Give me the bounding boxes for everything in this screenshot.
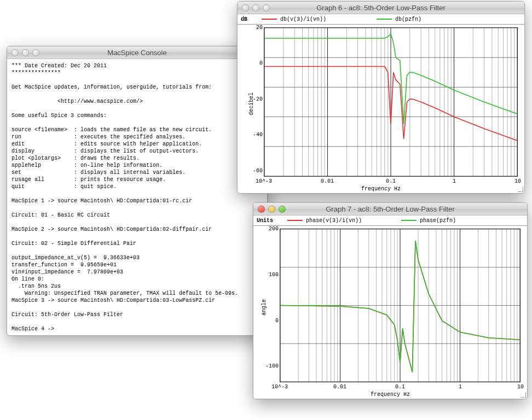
- close-icon[interactable]: [11, 49, 19, 56]
- series1-swatch: [262, 19, 277, 20]
- window-controls: [238, 4, 270, 11]
- series2-label: phase(pzfn): [420, 218, 456, 224]
- ytick: 200: [264, 226, 279, 232]
- ytick: -20: [248, 96, 263, 102]
- console-title: MacSpice Console: [7, 49, 267, 57]
- ytick: 20: [248, 25, 263, 31]
- graph6-legend: dB db(v(3)/i(vn)) db(pzfn): [238, 14, 524, 25]
- graph7-plot: [280, 229, 521, 382]
- y-unit: Units: [257, 218, 273, 224]
- window-controls: [253, 206, 286, 213]
- xtick: 0.01: [333, 384, 346, 390]
- graph7-svg: [280, 229, 520, 382]
- series2-swatch: [401, 220, 417, 221]
- resize-handle[interactable]: [517, 185, 524, 192]
- xtick: 1: [459, 384, 462, 390]
- window-controls: [7, 49, 39, 56]
- console-window[interactable]: MacSpice Console *** Date Created: Dec 2…: [7, 46, 268, 336]
- xtick: 10: [517, 384, 524, 390]
- graph7-body: Units phase(v(3)/i(vn)) phase(pzfn) angl…: [253, 215, 527, 399]
- graph7-title: Graph 7 - ac8: 5th-Order Low-Pass Filter: [253, 205, 527, 213]
- graph7-ylabel: angle: [261, 299, 267, 315]
- graph7-window[interactable]: Graph 7 - ac8: 5th-Order Low-Pass Filter…: [253, 202, 528, 399]
- graph6-window[interactable]: Graph 6 - ac8: 5th-Order Low-Pass Filter…: [237, 1, 525, 194]
- graph6-title: Graph 6 - ac8: 5th-Order Low-Pass Filter: [238, 4, 524, 12]
- y-unit: dB: [241, 16, 247, 22]
- ytick: 0: [248, 60, 263, 66]
- graph7-xlabel: frequency Hz: [253, 392, 527, 398]
- graph6-titlebar[interactable]: Graph 6 - ac8: 5th-Order Low-Pass Filter: [238, 2, 524, 14]
- series2-label: db(pzfn): [395, 16, 421, 22]
- resize-handle[interactable]: [519, 391, 527, 398]
- series1-label: phase(v(3)/i(vn)): [306, 218, 362, 224]
- console-output[interactable]: *** Date Created: Dec 20 2011 **********…: [7, 59, 267, 336]
- ytick: 100: [264, 271, 279, 277]
- xtick: 0.01: [321, 178, 334, 184]
- ytick: -60: [248, 167, 263, 173]
- console-titlebar[interactable]: MacSpice Console: [7, 46, 267, 59]
- minimize-icon[interactable]: [22, 49, 29, 56]
- ytick: -40: [248, 132, 263, 138]
- xtick: 10^-3: [256, 178, 272, 184]
- ytick: 0: [264, 317, 279, 323]
- minimize-icon[interactable]: [268, 206, 275, 213]
- graph7-legend: Units phase(v(3)/i(vn)) phase(pzfn): [253, 215, 527, 226]
- xtick: 0.1: [395, 384, 405, 390]
- graph7-titlebar[interactable]: Graph 7 - ac8: 5th-Order Low-Pass Filter: [253, 203, 527, 215]
- xtick: 1: [453, 178, 456, 184]
- close-icon[interactable]: [258, 206, 265, 213]
- series1-swatch: [287, 220, 303, 221]
- series2-swatch: [377, 19, 392, 20]
- graph6-plot: [264, 27, 518, 177]
- graph6-svg: [264, 28, 517, 176]
- minimize-icon[interactable]: [252, 4, 259, 11]
- xtick: 0.1: [386, 178, 396, 184]
- graph6-xlabel: frequency Hz: [238, 186, 524, 192]
- series1-label: db(v(3)/i(vn)): [280, 16, 326, 22]
- xtick: 10: [514, 178, 521, 184]
- xtick: 10^-3: [271, 384, 288, 390]
- ytick: -100: [264, 363, 279, 369]
- close-icon[interactable]: [242, 4, 249, 11]
- graph6-body: dB db(v(3)/i(vn)) db(pzfn) decibel frequ…: [238, 14, 524, 193]
- zoom-icon[interactable]: [263, 4, 270, 11]
- zoom-icon[interactable]: [32, 49, 39, 56]
- zoom-icon[interactable]: [279, 206, 286, 213]
